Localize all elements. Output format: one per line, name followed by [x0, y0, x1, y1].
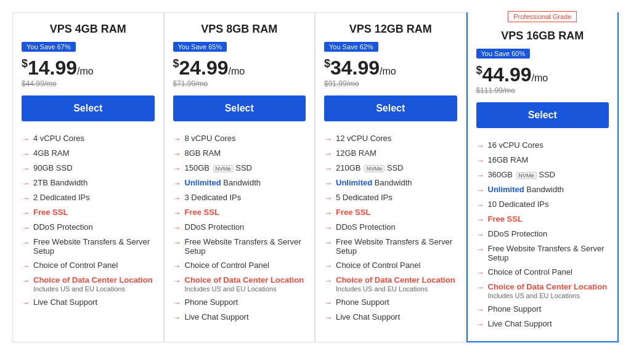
feature-item: → 10 Dedicated IPs [476, 197, 609, 212]
feature-item: → 8GB RAM [173, 146, 306, 161]
arrow-icon: → [173, 261, 181, 270]
select-button[interactable]: Select [22, 95, 155, 121]
feature-text: 90GB SSD [33, 163, 73, 172]
feature-text: DDoS Protection [488, 229, 548, 238]
feature-item: → 12 vCPU Cores [324, 131, 457, 146]
price-section: $14.99/mo $44.99/mo [22, 57, 155, 88]
feature-text: Free Website Transfers & Server Setup [185, 237, 306, 256]
feature-item: → Free SSL [324, 205, 457, 220]
feature-item: → 2 Dedicated IPs [22, 190, 155, 205]
arrow-icon: → [476, 320, 484, 329]
arrow-icon: → [173, 134, 181, 144]
feature-text: 12 vCPU Cores [336, 134, 391, 143]
arrow-icon: → [22, 164, 30, 173]
feature-text: Choice of Control Panel [488, 267, 572, 277]
feature-text: Choice of Data Center LocationIncludes U… [33, 275, 153, 293]
arrow-icon: → [173, 149, 181, 158]
arrow-icon: → [22, 208, 30, 217]
plan-title: VPS 4GB RAM [22, 23, 155, 36]
feature-subtext: Includes US and EU Locations [488, 292, 608, 299]
original-price: $91.99/mo [324, 79, 457, 88]
feature-text: 4 vCPU Cores [33, 134, 84, 143]
feature-item: → Live Chat Support [173, 310, 306, 325]
feature-item: → Live Chat Support [22, 295, 155, 310]
feature-item: → Free SSL [476, 212, 609, 227]
feature-text: 210GB NVMe SSD [336, 163, 403, 172]
feature-item: → 3 Dedicated IPs [173, 190, 306, 205]
feature-item: → Choice of Data Center LocationIncludes… [324, 273, 457, 295]
feature-text: DDoS Protection [336, 222, 396, 232]
feature-item: → Phone Support [476, 302, 609, 317]
feature-item: → Free Website Transfers & Server Setup [476, 241, 609, 265]
feature-text: Live Chat Support [185, 312, 249, 322]
feature-item: → 360GB NVMe SSD [476, 168, 609, 182]
savings-badge: You Save 67% [22, 42, 76, 52]
arrow-icon: → [173, 164, 181, 173]
arrow-icon: → [22, 134, 30, 144]
feature-item: → Free Website Transfers & Server Setup [324, 235, 457, 258]
plans-container: VPS 4GB RAMYou Save 67% $14.99/mo $44.99… [12, 12, 619, 342]
select-button[interactable]: Select [476, 102, 609, 128]
feature-text: Free SSL [185, 208, 219, 217]
feature-text: Free SSL [488, 214, 523, 224]
original-price: $44.99/mo [22, 79, 155, 88]
feature-text: Unlimited Bandwidth [488, 185, 564, 194]
arrow-icon: → [22, 298, 30, 307]
feature-item: → 16 vCPU Cores [476, 138, 609, 153]
arrow-icon: → [324, 223, 332, 232]
price-section: $44.99/mo $111.99/mo [476, 63, 609, 95]
feature-text: 150GB NVMe SSD [185, 163, 252, 172]
professional-badge: Professional Grade [508, 11, 577, 22]
feature-item: → 2TB Bandwidth [22, 176, 155, 190]
feature-text: 4GB RAM [33, 148, 70, 158]
arrow-icon: → [476, 156, 484, 165]
arrow-icon: → [173, 313, 181, 322]
arrow-icon: → [22, 149, 30, 158]
plan-title: VPS 12GB RAM [324, 23, 457, 36]
arrow-icon: → [173, 276, 181, 285]
feature-text: Choice of Control Panel [185, 261, 269, 270]
feature-text: Choice of Data Center LocationIncludes U… [336, 275, 455, 293]
price-section: $24.99/mo $71.99/mo [173, 57, 306, 88]
savings-badge: You Save 60% [476, 49, 531, 59]
feature-item: → 16GB RAM [476, 153, 609, 168]
arrow-icon: → [324, 149, 332, 158]
feature-item: → DDoS Protection [173, 220, 306, 235]
feature-subtext: Includes US and EU Locations [33, 285, 153, 293]
feature-item: → 12GB RAM [324, 146, 457, 161]
feature-item: → Unlimited Bandwidth [324, 176, 457, 190]
feature-text: 2 Dedicated IPs [33, 193, 90, 202]
feature-item: → DDoS Protection [324, 220, 457, 235]
arrow-icon: → [476, 141, 484, 150]
feature-item: → Live Chat Support [476, 317, 609, 331]
arrow-icon: → [22, 238, 30, 247]
feature-item: → Phone Support [324, 295, 457, 310]
nvme-badge: NVMe [364, 165, 385, 172]
arrow-icon: → [476, 171, 484, 180]
arrow-icon: → [22, 193, 30, 203]
feature-item: → Choice of Control Panel [173, 258, 306, 273]
plan-card-vps-8gb: VPS 8GB RAMYou Save 65% $24.99/mo $71.99… [164, 12, 316, 342]
feature-text: 3 Dedicated IPs [185, 193, 242, 202]
current-price: $14.99/mo [22, 57, 155, 79]
arrow-icon: → [476, 230, 484, 239]
feature-item: → Unlimited Bandwidth [173, 176, 306, 190]
original-price: $111.99/mo [476, 86, 609, 95]
arrow-icon: → [324, 164, 332, 173]
current-price: $34.99/mo [324, 57, 457, 79]
nvme-badge: NVMe [213, 165, 234, 172]
features-list: → 12 vCPU Cores → 12GB RAM → 210GB NVMe … [324, 131, 457, 325]
plan-card-vps-12gb: VPS 12GB RAMYou Save 62% $34.99/mo $91.9… [315, 12, 466, 342]
arrow-icon: → [324, 261, 332, 270]
select-button[interactable]: Select [173, 95, 306, 121]
arrow-icon: → [22, 276, 30, 285]
arrow-icon: → [476, 283, 484, 292]
feature-text: 16 vCPU Cores [488, 140, 543, 150]
feature-text: Phone Support [488, 304, 542, 313]
feature-item: → 210GB NVMe SSD [324, 161, 457, 176]
arrow-icon: → [173, 238, 181, 247]
feature-item: → Free Website Transfers & Server Setup [22, 235, 155, 258]
arrow-icon: → [476, 245, 484, 254]
select-button[interactable]: Select [324, 95, 457, 121]
feature-text: Live Chat Support [488, 319, 552, 328]
